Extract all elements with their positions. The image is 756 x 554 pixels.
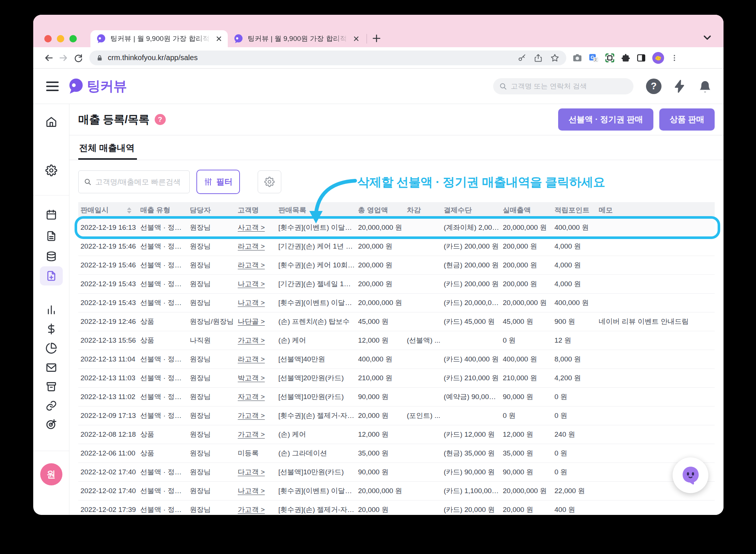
- nav-reports[interactable]: [40, 339, 63, 358]
- cell-payment: (현금) 200,000 원: [441, 260, 500, 270]
- bookmark-star-icon[interactable]: [550, 53, 560, 63]
- nav-money[interactable]: [40, 319, 63, 339]
- customer-link[interactable]: 나고객 >: [238, 280, 265, 288]
- table-row[interactable]: 2022-12-19 15:46선불액 · 정기권원장님라고객 >[기간권](손…: [78, 237, 715, 256]
- table-row[interactable]: 2022-12-06 11:00상품원장님미등록(손) 그라데이션35,000 …: [78, 444, 715, 463]
- customer-link[interactable]: 가고객 >: [238, 430, 265, 438]
- nav-documents[interactable]: [40, 226, 63, 246]
- sell-product-button[interactable]: 상품 판매: [659, 108, 715, 131]
- help-button[interactable]: ?: [646, 79, 662, 94]
- table-row[interactable]: 2022-12-02 17:39선불액 · 정기권원장님가고객 >[횟수권](손…: [78, 501, 715, 515]
- nav-home[interactable]: [40, 112, 63, 131]
- nav-sales-register[interactable]: [40, 266, 63, 285]
- nav-database[interactable]: [40, 247, 63, 266]
- sort-icon[interactable]: [127, 207, 131, 214]
- customer-link[interactable]: 자고객 >: [238, 393, 265, 401]
- nav-marketing[interactable]: [40, 415, 63, 434]
- table-row-highlighted[interactable]: 2022-12-19 16:13선불액 · 정기권원장님사고객 >[횟수권](이…: [78, 218, 715, 237]
- close-window-button[interactable]: [44, 35, 52, 42]
- sell-prepaid-pass-button[interactable]: 선불액 · 정기권 판매: [558, 108, 653, 131]
- customer-link[interactable]: 가고객 >: [238, 506, 265, 513]
- table-row[interactable]: 2022-12-02 17:40선불액 · 정기권원장님다고객 >[선불액]10…: [78, 463, 715, 482]
- cell-type: 선불액 · 정기권: [137, 279, 187, 289]
- minimize-window-button[interactable]: [57, 35, 64, 42]
- nav-archive[interactable]: [40, 377, 63, 396]
- database-icon: [45, 250, 57, 262]
- customer-link[interactable]: 나단골 >: [238, 318, 265, 325]
- table-row[interactable]: 2022-12-13 11:04선불액 · 정기권원장님라고객 >[선불액]40…: [78, 350, 715, 369]
- browser-tab-1[interactable]: 팅커뷰 | 월 9,900원 가장 합리적인: [90, 30, 228, 47]
- customer-link[interactable]: 박고객 >: [238, 374, 265, 382]
- archive-icon: [45, 381, 57, 392]
- browser-menu-icon[interactable]: [670, 53, 678, 63]
- nav-divider: [33, 451, 69, 451]
- table-row[interactable]: 2022-12-19 15:43선불액 · 정기권원장님나고객 >[횟수권](이…: [78, 294, 715, 312]
- nav-settings[interactable]: [40, 161, 63, 180]
- col-datetime[interactable]: 판매일시: [78, 205, 137, 215]
- table-row[interactable]: 2022-12-09 17:13선불액 · 정기권원장님가고객 >[횟수권](손…: [78, 406, 715, 425]
- address-bar[interactable]: crm.thinkofyou.kr/app/sales: [89, 51, 566, 65]
- customer-link[interactable]: 라고객 >: [238, 261, 265, 269]
- tab-close-icon[interactable]: [353, 35, 360, 42]
- cell-customer: 나고객 >: [235, 298, 275, 308]
- menu-hamburger-icon[interactable]: [46, 80, 62, 93]
- screenshot-camera-icon[interactable]: [572, 53, 583, 63]
- tab-close-icon[interactable]: [215, 35, 223, 42]
- cell-items: (손) 그라데이션: [275, 449, 355, 458]
- translate-icon[interactable]: G文: [588, 53, 599, 63]
- share-icon[interactable]: [534, 53, 543, 62]
- forward-button[interactable]: [56, 51, 71, 65]
- table-row[interactable]: 2022-12-19 15:43선불액 · 정기권원장님나고객 >[기간권](손…: [78, 275, 715, 294]
- nav-statistics[interactable]: [40, 300, 63, 319]
- nav-calendar[interactable]: [40, 205, 63, 224]
- tab-search-chevron[interactable]: [702, 35, 712, 41]
- bell-icon[interactable]: [698, 79, 712, 94]
- customer-link[interactable]: 나고객 >: [238, 487, 265, 495]
- customer-link[interactable]: 나고객 >: [238, 299, 265, 307]
- capture-icon[interactable]: [605, 53, 615, 63]
- back-button[interactable]: [41, 51, 56, 65]
- customer-link[interactable]: 라고객 >: [238, 242, 265, 250]
- cell-type: 선불액 · 정기권: [137, 242, 187, 251]
- table-settings-button[interactable]: [258, 170, 281, 193]
- key-icon[interactable]: [518, 53, 526, 62]
- customer-link[interactable]: 다고객 >: [238, 468, 265, 476]
- browser-tab-2[interactable]: 팅커뷰 | 월 9,900원 가장 합리적인: [228, 30, 365, 47]
- sidebar-toggle-icon[interactable]: [636, 53, 646, 63]
- cell-datetime: 2022-12-19 15:43: [78, 280, 137, 288]
- extensions-puzzle-icon[interactable]: [621, 53, 630, 63]
- customer-link[interactable]: 사고객 >: [238, 224, 265, 231]
- table-row[interactable]: 2022-12-19 15:46선불액 · 정기권원장님라고객 >[횟수권](손…: [78, 256, 715, 275]
- table-row[interactable]: 2022-12-02 17:40선불액 · 정기권원장님나고객 >[횟수권](이…: [78, 482, 715, 501]
- customer-link[interactable]: 가고객 >: [238, 336, 265, 344]
- page-title-row: 매출 등록/목록 ? 선불액 · 정기권 판매 상품 판매: [69, 104, 724, 135]
- tab-all-sales[interactable]: 전체 매출내역: [78, 142, 137, 160]
- table-row[interactable]: 2022-12-08 12:18상품원장님가고객 >(손) 케어12,000 원…: [78, 425, 715, 444]
- filter-button[interactable]: 필터: [196, 170, 240, 194]
- table-row[interactable]: 2022-12-13 11:03선불액 · 정기권원장님박고객 >[선불액]20…: [78, 369, 715, 388]
- new-tab-button[interactable]: [368, 30, 385, 46]
- maximize-window-button[interactable]: [69, 35, 77, 42]
- quick-search-input[interactable]: [95, 178, 184, 186]
- nav-links[interactable]: [40, 396, 63, 415]
- global-search-input[interactable]: [511, 82, 628, 90]
- chat-widget-button[interactable]: [673, 457, 708, 493]
- page-help-badge[interactable]: ?: [155, 114, 166, 125]
- table-row[interactable]: 2022-12-19 12:46상품원장님/원장님나단골 >(손) 프렌치/(손…: [78, 312, 715, 331]
- nav-messages[interactable]: [40, 358, 63, 377]
- user-avatar[interactable]: 원: [40, 463, 62, 485]
- app-logo[interactable]: 팅커뷰: [68, 77, 127, 96]
- quick-search[interactable]: [78, 170, 190, 193]
- table-row[interactable]: 2022-12-13 15:56상품나직원가고객 >(손) 케어12,000 원…: [78, 331, 715, 350]
- lightning-icon[interactable]: [673, 79, 687, 94]
- cell-total: 20,000 원: [355, 505, 404, 515]
- reload-button[interactable]: [71, 51, 86, 65]
- customer-link[interactable]: 라고객 >: [238, 355, 265, 363]
- sales-table: 판매일시 매출 유형 담당자 고객명 판매목록 총 영업액 차감 결제수단 실매…: [69, 202, 724, 515]
- global-search[interactable]: [493, 78, 633, 94]
- table-row[interactable]: 2022-12-13 11:02선불액 · 정기권원장님자고객 >[선불액]10…: [78, 388, 715, 406]
- profile-avatar[interactable]: [652, 52, 664, 64]
- cell-payment: (카드) 20,000 원: [441, 505, 500, 515]
- cell-datetime: 2022-12-19 15:46: [78, 242, 137, 250]
- customer-link[interactable]: 가고객 >: [238, 412, 265, 419]
